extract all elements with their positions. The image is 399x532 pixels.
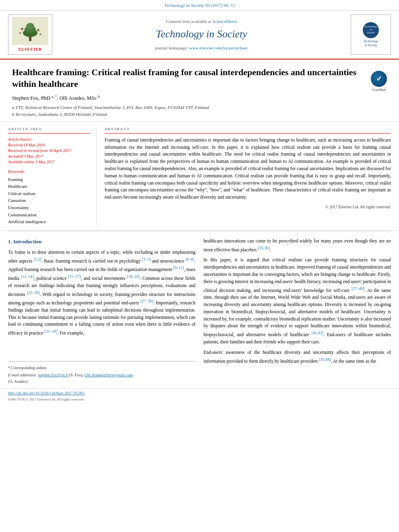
- email-line: E-mail addresses: stephen.fox@vtt.fi (S.…: [8, 372, 195, 378]
- intro-para3: In this paper, it is argued that critica…: [204, 257, 391, 345]
- rights-text: 0160-791X/© 2017 Elsevier Ltd. All right…: [8, 397, 391, 402]
- abstract-heading: ABSTRACT: [105, 127, 391, 134]
- journal-title: Technology in Society: [156, 27, 247, 41]
- doi-link[interactable]: http://dx.doi.org/10.1016/j.techsoc.2017…: [8, 391, 85, 395]
- svg-point-7: [19, 32, 21, 34]
- keywords-label: Keywords:: [8, 169, 90, 175]
- intro-para1: To frame is to draw attention to certain…: [8, 249, 195, 337]
- ref-21-26[interactable]: [21–26]: [27, 290, 40, 295]
- journal-homepage: journal homepage: www.elsevier.com/locat…: [155, 45, 248, 51]
- cover-text: Technologyin Society: [364, 39, 378, 48]
- ref-43-44[interactable]: [43,44]: [319, 357, 331, 362]
- intro-para4: End-users' awareness of the healthcare d…: [204, 349, 391, 365]
- ref-1-2[interactable]: [1,2]: [34, 257, 41, 261]
- journal-header: ELSEVIER Contents lists available at Sci…: [0, 10, 399, 60]
- logo-image: [12, 17, 48, 45]
- elsevier-wordmark: ELSEVIER: [19, 47, 42, 52]
- svg-point-5: [21, 28, 23, 30]
- keyword-item: Communication: [8, 212, 90, 219]
- intro-para2: healthcare innovations can come to be pr…: [204, 238, 391, 253]
- svg-point-4: [26, 23, 34, 29]
- ref-9-11[interactable]: [9–11]: [173, 265, 184, 270]
- keyword-item: Healthcare: [8, 183, 90, 190]
- article-title-section: Healthcare framing: Critical realist fra…: [0, 60, 399, 122]
- article-history: Article history: Received 18 May 2016 Re…: [8, 137, 90, 165]
- introduction-heading: 1. Introduction: [8, 238, 195, 246]
- ref-41-42[interactable]: [41,42]: [312, 331, 323, 335]
- email1-link[interactable]: stephen.fox@vtt.fi: [38, 373, 68, 377]
- ref-15-17[interactable]: [15–17]: [68, 274, 81, 279]
- homepage-link[interactable]: www.elsevier.com/locate/techsoc: [189, 45, 248, 50]
- crossmark-badge: ✓ CrossMark: [371, 71, 387, 92]
- article-info-abstract: ARTICLE INFO Article history: Received 1…: [0, 122, 399, 231]
- ref-6-8[interactable]: [6–8]: [185, 257, 194, 261]
- svg-point-6: [37, 29, 39, 31]
- journal-header-center: Contents lists available at ScienceDirec…: [56, 14, 347, 55]
- abstract-text: Framing of causal interdependencies and …: [105, 137, 391, 201]
- svg-point-8: [39, 33, 41, 35]
- abstract-panel: ABSTRACT Framing of causal interdependen…: [97, 127, 391, 226]
- ref-18-20[interactable]: [18–20]: [127, 274, 140, 279]
- ref-35-36[interactable]: [35,36]: [258, 246, 269, 250]
- body-right-column: healthcare innovations can come to be pr…: [204, 238, 391, 385]
- tis-logo-circle: TechnologyinSociety: [363, 22, 379, 38]
- email2-link[interactable]: Olli.Aranko@terveystalo.com: [84, 373, 133, 377]
- affiliations: a VTT, Technical Research Centre of Finl…: [12, 104, 363, 117]
- body-left-column: 1. Introduction To frame is to draw atte…: [8, 238, 195, 385]
- sciencedirect-line: Contents lists available at ScienceDirec…: [166, 18, 237, 25]
- journal-cover-image: TechnologyinSociety Technologyin Society: [351, 14, 391, 55]
- footnotes: * Corresponding author. E-mail addresses…: [8, 361, 195, 385]
- sciencedirect-link[interactable]: ScienceDirect: [212, 19, 237, 24]
- ref-31-34[interactable]: [31–34]: [45, 329, 58, 333]
- citation-text: Technology in Society 50 (2017) 66–72: [165, 3, 235, 8]
- article-info-panel: ARTICLE INFO Article history: Received 1…: [8, 127, 97, 226]
- crossmark-icon: ✓: [371, 71, 387, 87]
- ref-3-5[interactable]: [3–5]: [142, 257, 151, 261]
- authors-line: Stephen Fox, PhD a, *, Olli Aranko, MSc …: [12, 94, 363, 102]
- aranko-name: (O. Aranko).: [8, 378, 195, 385]
- ref-27-30[interactable]: [27–30]: [140, 299, 153, 303]
- corresponding-note: * Corresponding author.: [8, 365, 195, 371]
- doi-section: http://dx.doi.org/10.1016/j.techsoc.2017…: [0, 388, 399, 404]
- ref-12-14[interactable]: [12–14]: [21, 274, 34, 279]
- keyword-item: Causation: [8, 197, 90, 204]
- keyword-item: Uncertainty: [8, 204, 90, 212]
- copyright-line: © 2017 Elsevier Ltd. All rights reserved…: [105, 204, 391, 210]
- keyword-item: Critical realism: [8, 190, 90, 197]
- elsevier-logo: ELSEVIER: [8, 14, 52, 55]
- article-title: Healthcare framing: Critical realist fra…: [12, 67, 363, 90]
- keyword-item: Framing: [8, 176, 90, 183]
- journal-citation: Technology in Society 50 (2017) 66–72: [0, 0, 399, 10]
- ref-37-40[interactable]: [37–40]: [352, 286, 364, 291]
- keyword-item: Artificial intelligence: [8, 218, 90, 226]
- keywords-section: Keywords: Framing Healthcare Critical re…: [8, 169, 90, 226]
- article-info-heading: ARTICLE INFO: [8, 127, 90, 134]
- article-body: 1. Introduction To frame is to draw atte…: [0, 231, 399, 389]
